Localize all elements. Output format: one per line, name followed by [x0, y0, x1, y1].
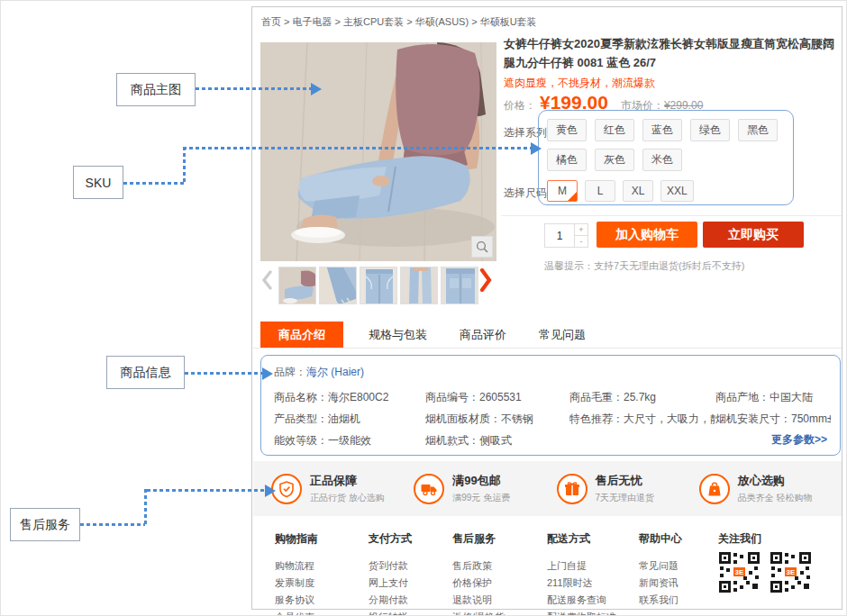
- footer-link[interactable]: 配送服务查询: [547, 592, 616, 609]
- footer-link[interactable]: 联系我们: [639, 592, 682, 609]
- arrow-line-main-image: [196, 87, 311, 90]
- arrowhead-main-image: [311, 83, 322, 95]
- series-options: 黄色红色蓝色绿色黑色橘色灰色米色: [547, 119, 793, 178]
- attribute: 商品名称：海尔E800C2: [274, 390, 425, 405]
- arrow-line-product-info: [185, 372, 262, 375]
- footer-link[interactable]: 常见问题: [639, 557, 682, 575]
- tab-reviews[interactable]: 商品评价: [460, 322, 506, 348]
- brand-row: 品牌：海尔 (Haier): [274, 365, 364, 380]
- attribute: 烟机安装尺寸：750mm±50mm (烟...: [715, 412, 831, 427]
- tab-spec-packaging[interactable]: 规格与包装: [369, 322, 427, 348]
- qr-code-icon: 3E: [770, 551, 812, 593]
- service-shipping: 满99包邮满99元 免运费: [414, 473, 556, 504]
- footer-link[interactable]: 配送费收取标准: [547, 609, 616, 616]
- series-option[interactable]: 米色: [642, 149, 682, 171]
- quantity-increase-button[interactable]: +: [575, 224, 587, 236]
- service-authentic: 正品保障正品行货 放心选购: [271, 473, 414, 504]
- brand-label: 品牌：: [274, 366, 306, 378]
- tab-faq[interactable]: 常见问题: [539, 322, 586, 348]
- footer-link[interactable]: 上门自提: [547, 557, 616, 575]
- footer-col-payment: 支付方式 货到付款网上支付分期付款银行转帐: [369, 531, 412, 616]
- sku-selection-box: 黄色红色蓝色绿色黑色橘色灰色米色 MLXLXXL: [538, 110, 794, 205]
- footer-link[interactable]: 211限时达: [547, 575, 616, 592]
- footer-link[interactable]: 售后政策: [452, 557, 505, 575]
- arrowhead-sku: [531, 142, 542, 155]
- thumbnail-4[interactable]: [400, 267, 438, 304]
- attribute: 特色推荐：大尺寸，大吸力，静音...: [569, 412, 715, 427]
- thumbnail-1[interactable]: [278, 267, 316, 304]
- attribute: 烟机面板材质：不锈钢: [425, 412, 569, 427]
- svg-text:3E: 3E: [735, 568, 744, 576]
- footer-link[interactable]: 分期付款: [369, 592, 412, 609]
- series-option[interactable]: 黄色: [547, 119, 587, 141]
- footer-link[interactable]: 新闻资讯: [639, 575, 682, 592]
- qr-code-icon: 3E: [718, 551, 760, 593]
- footer-link[interactable]: 退款说明: [452, 592, 505, 609]
- more-params-link[interactable]: 更多参数>>: [771, 432, 827, 448]
- thumbnail-3[interactable]: [360, 267, 397, 304]
- annotation-product-info-label: 商品信息: [106, 356, 185, 389]
- product-page-panel: 首页 > 电子电器 > 主板CPU套装 > 华硕(ASUS) > 华硕板U套装: [251, 6, 842, 610]
- attribute: 烟机款式：侧吸式: [425, 433, 569, 448]
- size-option[interactable]: XXL: [660, 180, 694, 202]
- thumbs-prev-icon[interactable]: [261, 270, 272, 294]
- series-option[interactable]: 红色: [595, 119, 634, 141]
- footer-link[interactable]: 货到付款: [369, 557, 412, 575]
- add-to-cart-button[interactable]: 加入购物车: [597, 222, 697, 248]
- section-divider: [501, 215, 842, 216]
- arrow-line-sku-2: [183, 147, 186, 185]
- attribute: 商品毛重：25.7kg: [569, 390, 715, 405]
- footer-link[interactable]: 购物流程: [275, 557, 318, 575]
- size-options: MLXLXXL: [547, 180, 793, 202]
- magnifier-icon[interactable]: [471, 236, 493, 258]
- footer-link[interactable]: 价格保护: [452, 575, 505, 592]
- thumbnail-5[interactable]: [441, 267, 478, 304]
- footer-link[interactable]: 网上支付: [369, 575, 412, 592]
- annotated-screenshot-canvas: 商品主图 SKU 商品信息 售后服务 首页 > 电子电器 > 主板CPU套装 >…: [0, 0, 847, 616]
- series-option[interactable]: 蓝色: [642, 119, 682, 141]
- model-photo-illustration: [260, 42, 496, 261]
- arrow-line-after-sale-3: [147, 489, 265, 492]
- footer-col-help: 帮助中心 常见问题新闻资讯联系我们: [639, 531, 682, 609]
- arrow-line-after-sale-1: [80, 523, 145, 526]
- qr-codes: 3E 3E: [718, 551, 812, 593]
- arrowhead-product-info: [262, 367, 273, 380]
- footer-link[interactable]: 发票制度: [275, 575, 318, 592]
- footer-link[interactable]: 会员优惠: [275, 609, 318, 616]
- brand-link[interactable]: 海尔 (Haier): [306, 366, 364, 378]
- thumbs-next-icon[interactable]: [479, 268, 492, 295]
- service-easy-shopping: 放心选购品类齐全 轻松购物: [699, 473, 842, 504]
- arrowhead-after-sale: [265, 485, 276, 497]
- size-option[interactable]: XL: [623, 180, 653, 202]
- footer-link[interactable]: 银行转帐: [369, 609, 412, 616]
- arrow-line-after-sale-2: [144, 489, 147, 526]
- attribute: 产品类型：油烟机: [274, 412, 425, 427]
- series-option[interactable]: 黑色: [738, 119, 778, 141]
- truck-icon: [414, 474, 444, 504]
- product-title: 女裤牛仔裤女2020夏季新款泫雅长裤女韩版显瘦直筒宽松高腰阔腿九分牛仔裤 008…: [504, 34, 835, 72]
- footer-link[interactable]: 返修/退换货: [452, 609, 505, 616]
- annotation-sku-label: SKU: [73, 166, 123, 199]
- product-main-image[interactable]: [260, 42, 496, 261]
- footer-col-shopping-guide: 购物指南 购物流程发票制度服务协议会员优惠: [275, 531, 318, 616]
- thumbnail-2[interactable]: [319, 267, 357, 304]
- series-option[interactable]: 灰色: [595, 149, 634, 171]
- breadcrumb[interactable]: 首页 > 电子电器 > 主板CPU套装 > 华硕(ASUS) > 华硕板U套装: [261, 15, 537, 29]
- annotation-after-sale-label: 售后服务: [10, 508, 80, 541]
- svg-text:3E: 3E: [787, 568, 796, 576]
- thumbnail-strip: [252, 265, 496, 308]
- attribute: 商品产地：中国大陆: [715, 390, 831, 405]
- quantity-input[interactable]: 1: [544, 223, 575, 248]
- bag-icon: [699, 474, 730, 504]
- series-option[interactable]: 绿色: [690, 119, 730, 141]
- quantity-decrease-button[interactable]: -: [575, 236, 587, 248]
- series-option[interactable]: 橘色: [547, 149, 587, 171]
- size-option[interactable]: M: [547, 180, 578, 202]
- footer-link[interactable]: 服务协议: [275, 592, 318, 609]
- footer-col-aftersale: 售后服务 售后政策价格保护退款说明返修/退换货取消订单: [452, 531, 505, 616]
- tab-product-intro[interactable]: 商品介绍: [260, 322, 343, 348]
- attribute: 商品编号：2605531: [425, 390, 569, 405]
- detail-tabs: 商品介绍 规格与包装 商品评价 常见问题: [253, 322, 842, 349]
- buy-now-button[interactable]: 立即购买: [703, 222, 804, 248]
- size-option[interactable]: L: [585, 180, 615, 202]
